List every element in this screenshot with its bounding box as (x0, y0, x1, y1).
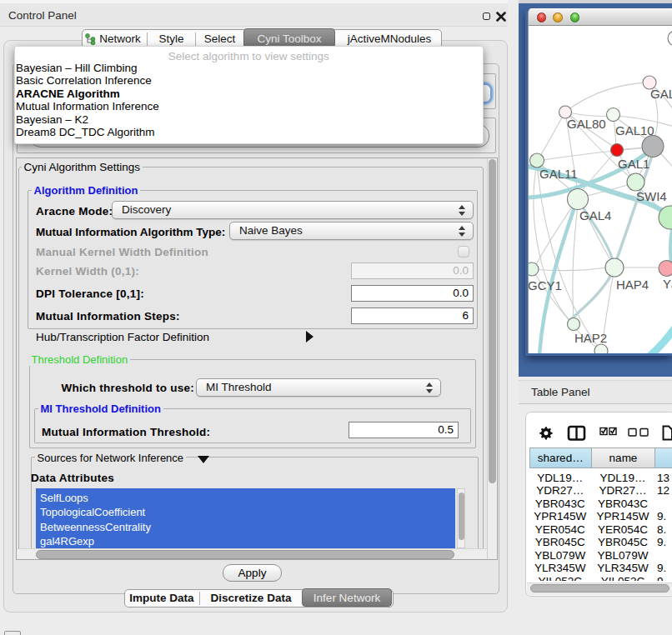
svg-text:GCY1: GCY1 (529, 278, 562, 292)
svg-text:HAP2: HAP2 (574, 331, 607, 345)
svg-text:HAP4: HAP4 (616, 278, 649, 292)
svg-text:GAL80: GAL80 (567, 117, 606, 131)
svg-text:SWI4: SWI4 (636, 189, 667, 203)
svg-text:GAL11: GAL11 (539, 167, 578, 181)
svg-text:YJ: YJ (663, 277, 672, 291)
svg-text:GAL7: GAL7 (650, 87, 672, 101)
svg-text:GAL1: GAL1 (618, 157, 649, 171)
svg-text:GAL4: GAL4 (579, 208, 611, 222)
svg-text:GAL10: GAL10 (615, 123, 654, 138)
